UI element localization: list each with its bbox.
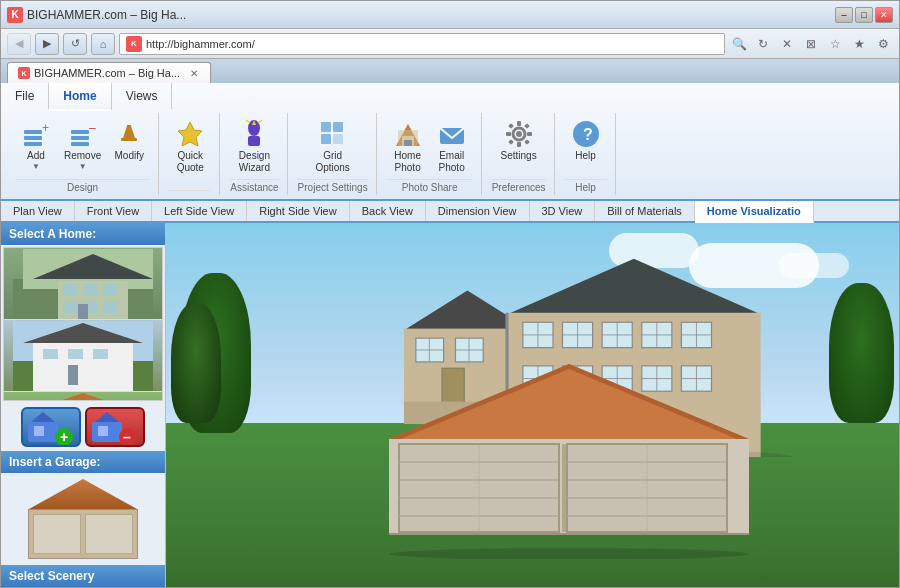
add-button[interactable]: + Add ▼ <box>15 115 57 174</box>
tab-favicon: K <box>18 67 30 79</box>
rss-icon[interactable]: ⊠ <box>801 34 821 54</box>
svg-rect-52 <box>68 349 83 359</box>
home-list[interactable] <box>3 247 163 401</box>
svg-rect-72 <box>98 426 108 436</box>
app-content: File Home Views + <box>1 83 899 587</box>
browser-tab-active[interactable]: K BIGHAMMER.com – Big Ha... ✕ <box>7 62 211 83</box>
svg-marker-10 <box>178 122 202 146</box>
svg-rect-22 <box>404 140 412 146</box>
svg-rect-28 <box>506 132 511 136</box>
tab-left-side-view[interactable]: Left Side View <box>152 201 247 221</box>
remove-button[interactable]: – Remove ▼ <box>59 115 106 174</box>
svg-rect-45 <box>103 301 118 313</box>
mini-garage-door-right <box>85 514 133 554</box>
project-settings-group-label: Project Settings <box>298 179 368 193</box>
home-photo-button[interactable]: HomePhoto <box>387 115 429 177</box>
tab-home-visualization[interactable]: Home Visualizatio <box>695 201 814 223</box>
stop-icon[interactable]: ✕ <box>777 34 797 54</box>
insert-garage-title: Insert a Garage: <box>1 451 165 473</box>
site-favicon: K <box>126 36 142 52</box>
svg-marker-124 <box>389 364 749 439</box>
forward-button[interactable]: ▶ <box>35 33 59 55</box>
browser-favicon: K <box>7 7 23 23</box>
svg-rect-6 <box>71 130 89 134</box>
canvas-area[interactable] <box>166 223 899 587</box>
svg-rect-53 <box>93 349 108 359</box>
sidebar-garage-area <box>1 473 165 565</box>
home-item-2[interactable] <box>4 320 162 392</box>
navigation-bar: ◀ ▶ ↺ ⌂ K http://bighammer.com/ 🔍 ↻ ✕ ⊠ … <box>1 29 899 59</box>
settings-button[interactable]: Settings <box>496 115 542 165</box>
design-group-items: + Add ▼ <box>15 115 150 177</box>
svg-marker-57 <box>18 393 148 402</box>
home-item-3[interactable] <box>4 392 162 401</box>
settings-icon[interactable]: ⚙ <box>873 34 893 54</box>
svg-text:?: ? <box>583 126 593 143</box>
remove-icon: – <box>67 118 99 150</box>
select-scenery-title: Select Scenery <box>1 565 165 587</box>
grid-options-icon <box>317 118 349 150</box>
svg-marker-66 <box>31 412 55 422</box>
preferences-group-label: Preferences <box>492 179 546 193</box>
garage-thumbnail[interactable] <box>23 479 143 559</box>
refresh-button[interactable]: ↺ <box>63 33 87 55</box>
svg-rect-29 <box>527 132 532 136</box>
mini-garage-door-left <box>33 514 81 554</box>
help-button[interactable]: ? Help <box>565 115 607 165</box>
tab-bill-of-materials[interactable]: Bill of Materials <box>595 201 695 221</box>
title-bar: K BIGHAMMER.com – Big Ha... – □ ✕ <box>1 1 899 29</box>
ribbon-tab-views[interactable]: Views <box>112 83 173 109</box>
back-button[interactable]: ◀ <box>7 33 31 55</box>
search-icon[interactable]: 🔍 <box>729 34 749 54</box>
modify-icon <box>113 118 145 150</box>
modify-label: Modify <box>115 150 144 162</box>
tab-back-view[interactable]: Back View <box>350 201 426 221</box>
refresh-icon[interactable]: ↻ <box>753 34 773 54</box>
modify-button[interactable]: Modify <box>108 115 150 165</box>
title-bar-left: K BIGHAMMER.com – Big Ha... <box>7 7 186 23</box>
svg-rect-32 <box>508 139 514 145</box>
design-wizard-icon <box>238 118 270 150</box>
tab-plan-view[interactable]: Plan View <box>1 201 75 221</box>
remove-arrow: ▼ <box>79 162 87 171</box>
quick-quote-button[interactable]: QuickQuote <box>169 115 211 177</box>
svg-rect-18 <box>321 134 331 144</box>
browser-tab-bar: K BIGHAMMER.com – Big Ha... ✕ <box>1 59 899 83</box>
remove-home-button[interactable]: – <box>85 407 145 447</box>
tab-right-side-view[interactable]: Right Side View <box>247 201 349 221</box>
email-photo-button[interactable]: EmailPhoto <box>431 115 473 177</box>
email-photo-icon <box>436 118 468 150</box>
tab-3d-view[interactable]: 3D View <box>530 201 596 221</box>
ribbon-group-photo-share: HomePhoto EmailPhoto <box>379 113 482 195</box>
svg-rect-26 <box>517 121 521 126</box>
home-item-1[interactable] <box>4 248 162 320</box>
svg-rect-30 <box>508 123 514 129</box>
ribbon-body: + Add ▼ <box>1 109 899 199</box>
tab-dimension-view[interactable]: Dimension View <box>426 201 530 221</box>
minimize-button[interactable]: – <box>835 7 853 23</box>
svg-rect-19 <box>333 134 343 144</box>
add-home-button[interactable]: + <box>21 407 81 447</box>
ribbon-tab-home[interactable]: Home <box>49 83 111 111</box>
tab-close-button[interactable]: ✕ <box>188 67 200 79</box>
design-wizard-button[interactable]: DesignWizard <box>233 115 275 177</box>
window-controls: – □ ✕ <box>835 7 893 23</box>
main-area: Select A Home: <box>1 223 899 587</box>
design-wizard-label: DesignWizard <box>239 150 270 174</box>
tab-label: BIGHAMMER.com – Big Ha... <box>34 67 180 79</box>
close-button[interactable]: ✕ <box>875 7 893 23</box>
home-button[interactable]: ⌂ <box>91 33 115 55</box>
browser-nav-icons: 🔍 ↻ ✕ ⊠ <box>729 34 821 54</box>
ribbon-tab-file[interactable]: File <box>1 83 49 109</box>
remove-label: Remove <box>64 150 101 162</box>
tab-front-view[interactable]: Front View <box>75 201 152 221</box>
svg-rect-67 <box>34 426 44 436</box>
star-icon[interactable]: ★ <box>849 34 869 54</box>
favorites-icon[interactable]: ☆ <box>825 34 845 54</box>
grid-options-button[interactable]: GridOptions <box>310 115 354 177</box>
svg-point-25 <box>516 131 522 137</box>
ribbon-group-preferences: Settings Preferences <box>484 113 555 195</box>
svg-text:–: – <box>89 121 96 135</box>
maximize-button[interactable]: □ <box>855 7 873 23</box>
address-bar[interactable]: K http://bighammer.com/ <box>119 33 725 55</box>
